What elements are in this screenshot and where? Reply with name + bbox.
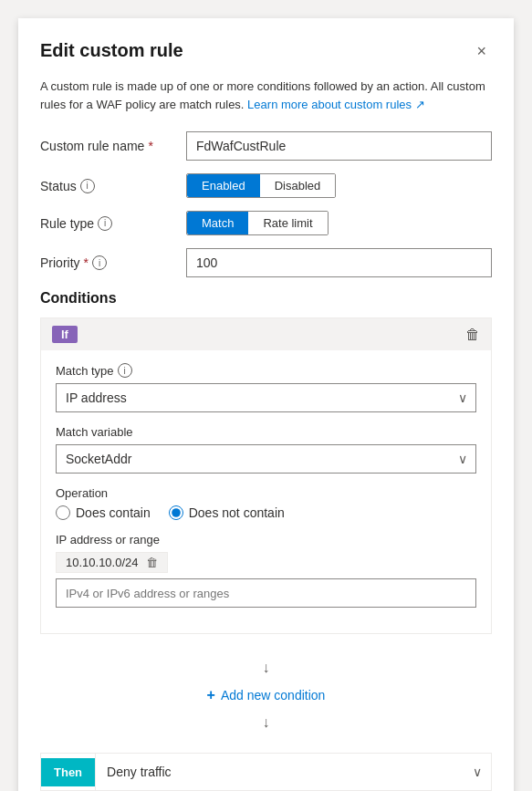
status-label: Status i bbox=[40, 179, 186, 193]
status-row: Status i Enabled Disabled bbox=[40, 173, 492, 198]
arrow-down-icon: ↓ bbox=[263, 660, 270, 676]
custom-rule-name-field bbox=[186, 131, 492, 161]
edit-custom-rule-panel: Edit custom rule × A custom rule is made… bbox=[18, 18, 514, 791]
conditions-section-title: Conditions bbox=[40, 290, 492, 307]
does-contain-radio[interactable] bbox=[56, 505, 70, 520]
rule-type-match-button[interactable]: Match bbox=[187, 212, 248, 234]
status-enabled-button[interactable]: Enabled bbox=[187, 174, 260, 197]
condition-body: Match type i IP address Match variable S… bbox=[41, 350, 491, 633]
page-title: Edit custom rule bbox=[40, 40, 183, 61]
then-select-wrapper: Deny traffic Allow traffic Log Redirect bbox=[95, 754, 491, 790]
rule-type-label: Rule type i bbox=[40, 216, 186, 231]
add-condition-button[interactable]: + Add new condition bbox=[200, 683, 333, 707]
external-link-icon: ↗ bbox=[415, 98, 425, 111]
match-type-select[interactable]: IP address bbox=[56, 383, 476, 412]
match-variable-group: Match variable SocketAddr bbox=[56, 425, 476, 474]
match-variable-label: Match variable bbox=[56, 425, 476, 439]
match-type-info-icon: i bbox=[118, 363, 132, 378]
priority-field bbox=[186, 248, 492, 277]
match-type-select-wrapper: IP address bbox=[56, 383, 476, 412]
custom-rule-name-row: Custom rule name * bbox=[40, 131, 492, 161]
custom-rule-name-label: Custom rule name * bbox=[40, 139, 186, 153]
description-text: A custom rule is made up of one or more … bbox=[40, 78, 492, 113]
priority-input[interactable] bbox=[186, 248, 492, 277]
operation-radio-group: Does contain Does not contain bbox=[56, 505, 476, 520]
rule-type-toggle-group: Match Rate limit bbox=[186, 211, 329, 235]
arrow-down-icon-2: ↓ bbox=[263, 714, 270, 731]
priority-row: Priority * i bbox=[40, 248, 492, 277]
match-variable-select-wrapper: SocketAddr bbox=[56, 444, 476, 474]
match-type-group: Match type i IP address bbox=[56, 363, 476, 412]
rule-type-toggle: Match Rate limit bbox=[186, 211, 492, 235]
operation-group: Operation Does contain Does not contain bbox=[56, 486, 476, 520]
status-disabled-button[interactable]: Disabled bbox=[260, 174, 336, 197]
does-not-contain-radio[interactable] bbox=[169, 505, 183, 520]
priority-label: Priority * i bbox=[40, 255, 186, 270]
then-action-select[interactable]: Deny traffic Allow traffic Log Redirect bbox=[95, 754, 491, 790]
priority-info-icon: i bbox=[92, 255, 107, 270]
if-badge: If bbox=[52, 326, 78, 343]
ip-range-label: IP address or range bbox=[56, 533, 476, 546]
plus-icon: + bbox=[207, 687, 215, 703]
does-not-contain-option[interactable]: Does not contain bbox=[169, 505, 285, 520]
ip-range-input[interactable] bbox=[56, 578, 476, 608]
status-toggle: Enabled Disabled bbox=[186, 173, 492, 198]
does-contain-option[interactable]: Does contain bbox=[56, 505, 151, 520]
match-variable-select[interactable]: SocketAddr bbox=[56, 444, 476, 474]
match-type-label: Match type i bbox=[56, 363, 476, 378]
add-condition-area: ↓ + Add new condition ↓ bbox=[40, 649, 492, 749]
priority-required: * bbox=[84, 255, 89, 270]
panel-header: Edit custom rule × bbox=[40, 40, 492, 63]
status-toggle-group: Enabled Disabled bbox=[186, 173, 336, 198]
rule-type-rate-limit-button[interactable]: Rate limit bbox=[248, 212, 327, 234]
rule-type-info-icon: i bbox=[98, 216, 112, 231]
condition-header: If 🗑 bbox=[41, 318, 491, 350]
ip-range-group: IP address or range 10.10.10.0/24 🗑 bbox=[56, 533, 476, 608]
condition-card: If 🗑 Match type i IP address Match va bbox=[40, 317, 492, 634]
status-info-icon: i bbox=[80, 179, 95, 193]
then-row: Then Deny traffic Allow traffic Log Redi… bbox=[40, 753, 492, 791]
custom-rule-name-input[interactable] bbox=[186, 131, 492, 161]
operation-label: Operation bbox=[56, 486, 476, 500]
learn-more-link[interactable]: Learn more about custom rules ↗ bbox=[247, 98, 425, 111]
then-badge: Then bbox=[41, 758, 95, 786]
rule-type-row: Rule type i Match Rate limit bbox=[40, 211, 492, 235]
delete-condition-icon[interactable]: 🗑 bbox=[465, 327, 480, 343]
ip-tag-delete-icon[interactable]: 🗑 bbox=[146, 556, 158, 569]
required-indicator: * bbox=[148, 139, 152, 153]
ip-tag: 10.10.10.0/24 🗑 bbox=[56, 552, 168, 573]
close-button[interactable]: × bbox=[471, 40, 492, 63]
